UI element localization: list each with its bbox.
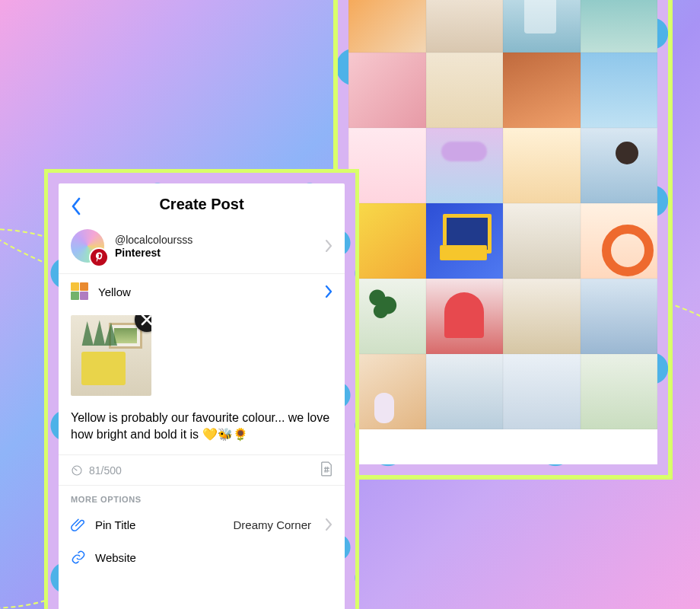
chevron-left-icon [71, 197, 81, 215]
grid-tile [348, 0, 426, 53]
link-icon [71, 550, 86, 565]
account-handle: @localcoloursss [115, 234, 314, 246]
caption-text[interactable]: Yellow is probably our favourite colour.… [59, 399, 345, 454]
chevron-right-icon [325, 518, 332, 531]
grid-tile [426, 0, 504, 53]
pin-title-row[interactable]: Pin Title Dreamy Corner [59, 509, 345, 541]
header: Create Post [59, 183, 345, 225]
grid-tile [581, 53, 658, 128]
board-selector[interactable]: Yellow [59, 274, 345, 309]
grid-tile [426, 128, 504, 203]
account-text: @localcoloursss Pinterest [115, 234, 314, 259]
pinterest-icon [95, 252, 103, 263]
grid-tile [581, 128, 658, 203]
grid-tile [348, 128, 426, 203]
grid-tile [348, 279, 426, 354]
pin-title-value: Dreamy Corner [233, 518, 311, 531]
gauge-icon [71, 464, 83, 477]
grid-tile [503, 354, 581, 429]
grid-tile [503, 203, 581, 279]
grid-tile [581, 203, 658, 279]
grid-tile [581, 279, 658, 354]
moodboard-card [333, 0, 673, 480]
pin-title-label: Pin Title [95, 518, 224, 531]
avatar [71, 229, 104, 263]
account-platform: Pinterest [115, 247, 314, 259]
grid-tile [348, 203, 426, 279]
board-icon [71, 282, 89, 301]
create-post-card: Create Post @localcoloursss Pinterest [44, 169, 359, 609]
more-options-header: MORE OPTIONS [59, 486, 345, 509]
create-post-panel: Create Post @localcoloursss Pinterest [59, 183, 345, 609]
grid-tile [348, 354, 426, 429]
grid-tile [503, 53, 581, 128]
moodboard-border [338, 0, 668, 475]
grid-tile [426, 354, 504, 429]
char-count: 81/500 [89, 464, 122, 477]
page-title: Create Post [159, 196, 243, 213]
back-button[interactable] [66, 194, 86, 218]
grid-tile [503, 279, 581, 354]
chevron-right-icon [325, 240, 332, 252]
create-post-border: Create Post @localcoloursss Pinterest [48, 173, 355, 609]
hashtag-doc-icon [320, 461, 332, 477]
grid-tile [426, 203, 504, 279]
board-name: Yellow [98, 285, 316, 298]
chevron-right-icon [325, 285, 332, 298]
grid-tile [503, 0, 581, 53]
moodboard-grid [348, 0, 657, 464]
website-row[interactable]: Website [59, 541, 345, 574]
website-label: Website [95, 551, 332, 564]
grid-tile [426, 53, 504, 128]
account-selector[interactable]: @localcoloursss Pinterest [59, 225, 345, 273]
grid-tile [581, 354, 658, 429]
close-icon [141, 315, 151, 326]
grid-tile [426, 279, 504, 354]
pinterest-badge [91, 249, 107, 266]
grid-tile [348, 53, 426, 128]
paperclip-icon [71, 517, 86, 532]
media-area [59, 309, 345, 399]
grid-tile [581, 0, 658, 53]
grid-tile [503, 128, 581, 203]
hashtag-button[interactable] [320, 461, 332, 479]
caption-meta: 81/500 [59, 455, 345, 485]
media-thumbnail[interactable] [71, 315, 151, 396]
